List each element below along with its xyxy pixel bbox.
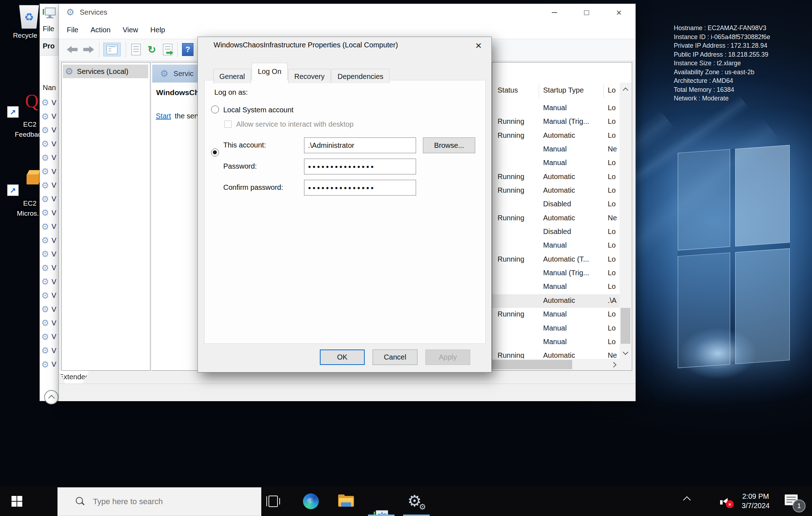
background-service-row[interactable]: V <box>41 302 61 316</box>
name-column-header[interactable]: Nan <box>43 84 56 92</box>
maximize-button[interactable] <box>575 4 598 21</box>
this-account-radio[interactable] <box>211 149 219 156</box>
close-button[interactable] <box>607 4 631 21</box>
service-row[interactable]: Running Automatic Lo <box>492 170 620 184</box>
task-view-button[interactable] <box>266 495 283 507</box>
background-service-row[interactable]: V <box>41 247 61 261</box>
background-service-row[interactable]: V <box>41 165 61 178</box>
cancel-button[interactable]: Cancel <box>373 350 417 365</box>
start-service-link[interactable]: Start <box>156 112 171 120</box>
help-button[interactable] <box>181 43 195 56</box>
background-service-row[interactable]: V <box>41 261 61 275</box>
background-window-file-menu[interactable]: File <box>43 25 54 33</box>
background-service-row[interactable]: V <box>41 151 61 165</box>
background-service-row[interactable]: V <box>41 137 61 151</box>
export-list-button[interactable] <box>161 43 174 56</box>
background-service-row[interactable]: V <box>41 275 61 289</box>
background-window-toolbar-label[interactable]: Pro <box>43 42 55 50</box>
column-header-status[interactable]: Status <box>498 86 518 94</box>
background-service-row[interactable]: V <box>41 206 61 220</box>
scrollbar-thumb[interactable] <box>492 360 572 369</box>
background-service-row[interactable]: V <box>41 316 61 330</box>
ok-button[interactable]: OK <box>320 350 365 365</box>
scrollbar-thumb[interactable] <box>621 308 630 344</box>
view-tab[interactable]: Extended <box>59 371 89 384</box>
service-row[interactable]: Manual Lo <box>492 156 620 170</box>
menu-item[interactable]: Help <box>150 26 165 34</box>
background-service-row[interactable]: V <box>41 330 61 344</box>
scroll-down-button[interactable] <box>620 345 631 359</box>
refresh-button[interactable] <box>145 43 159 56</box>
service-row[interactable]: Manual Lo <box>492 102 620 115</box>
tray-expand-button[interactable] <box>684 497 690 504</box>
local-system-label[interactable]: Local System account <box>223 106 294 114</box>
background-service-row[interactable]: V <box>41 344 61 357</box>
forward-button[interactable] <box>82 43 95 56</box>
action-center-button[interactable]: 1 <box>785 494 806 512</box>
background-service-row[interactable]: V <box>41 178 61 192</box>
dialog-tab[interactable]: Recovery <box>288 69 331 83</box>
dialog-close-button[interactable] <box>468 38 489 53</box>
service-row[interactable]: Manual Lo <box>492 239 620 253</box>
browse-button[interactable]: Browse... <box>423 137 475 153</box>
service-row[interactable]: Running Automatic (T... Lo <box>492 253 620 267</box>
service-row[interactable]: Automatic .\A <box>492 294 620 308</box>
service-row[interactable]: Running Automatic Lo <box>492 184 620 198</box>
service-row[interactable]: Running Automatic Lo <box>492 129 620 143</box>
background-service-row[interactable]: V <box>41 96 61 109</box>
show-console-tree-button[interactable] <box>103 43 121 56</box>
service-row[interactable]: Running Manual (Trig... Lo <box>492 115 620 129</box>
edge-browser-icon[interactable] <box>303 493 319 509</box>
menu-item[interactable]: File <box>67 26 78 34</box>
password-field[interactable]: ●●●●●●●●●●●●●●● <box>304 159 416 174</box>
scroll-up-button[interactable] <box>620 83 631 98</box>
collapse-chevron-button[interactable] <box>44 390 59 404</box>
services-titlebar[interactable]: Services <box>59 4 635 21</box>
column-header-logon[interactable]: Lo <box>608 86 616 94</box>
services-taskbar-icon[interactable] <box>407 492 428 512</box>
properties-button[interactable] <box>129 43 143 56</box>
minimize-button[interactable] <box>542 4 566 21</box>
menu-item[interactable]: View <box>123 26 138 34</box>
background-service-row[interactable]: V <box>41 220 61 234</box>
confirm-password-field[interactable]: ●●●●●●●●●●●●●●● <box>304 180 416 196</box>
taskbar-clock[interactable]: 2:09 PM 3/7/2024 <box>732 492 779 510</box>
service-row[interactable]: Manual (Trig... Lo <box>492 267 620 280</box>
scroll-right-button[interactable] <box>607 359 620 370</box>
search-box[interactable] <box>57 487 261 516</box>
background-service-row[interactable]: V <box>41 289 61 302</box>
column-header-startup-type[interactable]: Startup Type <box>543 86 584 94</box>
horizontal-scrollbar[interactable] <box>492 359 631 370</box>
background-service-row[interactable]: V <box>41 234 61 247</box>
tree-root-services-local[interactable]: Services (Local) <box>63 65 148 78</box>
this-account-label[interactable]: This account: <box>223 141 266 149</box>
background-window[interactable]: File Pro Nan V V V V V V <box>39 4 60 401</box>
service-row[interactable]: Manual Lo <box>492 336 620 349</box>
vertical-scrollbar[interactable] <box>620 83 631 359</box>
service-row[interactable]: Manual Lo <box>492 322 620 336</box>
service-row[interactable]: Running Manual Lo <box>492 308 620 322</box>
background-service-row[interactable]: V <box>41 192 61 206</box>
back-button[interactable] <box>65 43 79 56</box>
background-service-row[interactable]: V <box>41 357 61 369</box>
dialog-tab[interactable]: General <box>213 69 251 83</box>
service-row[interactable]: Manual Lo <box>492 280 620 294</box>
service-row[interactable]: Disabled Lo <box>492 225 620 239</box>
dialog-tab[interactable]: Dependencies <box>331 69 389 83</box>
background-service-row[interactable]: V <box>41 123 61 137</box>
dialog-titlebar[interactable]: WindowsChaosInfrastructure Properties (L… <box>198 37 491 53</box>
start-button[interactable] <box>6 487 28 516</box>
local-system-radio[interactable] <box>211 105 219 113</box>
interact-desktop-checkbox[interactable] <box>224 121 232 128</box>
dialog-tab[interactable]: Log On <box>252 63 288 80</box>
service-row[interactable]: Running Automatic Ne <box>492 212 620 225</box>
file-explorer-icon[interactable] <box>338 494 354 509</box>
background-service-row[interactable]: V <box>41 109 61 123</box>
service-row[interactable]: Disabled Lo <box>492 198 620 211</box>
service-row[interactable]: Manual Ne <box>492 143 620 156</box>
search-input[interactable] <box>92 497 230 507</box>
apply-button[interactable]: Apply <box>425 350 470 365</box>
account-field[interactable]: .\Administrator <box>304 137 416 153</box>
service-row[interactable]: Running Automatic Ne <box>492 349 620 358</box>
menu-item[interactable]: Action <box>90 26 111 34</box>
